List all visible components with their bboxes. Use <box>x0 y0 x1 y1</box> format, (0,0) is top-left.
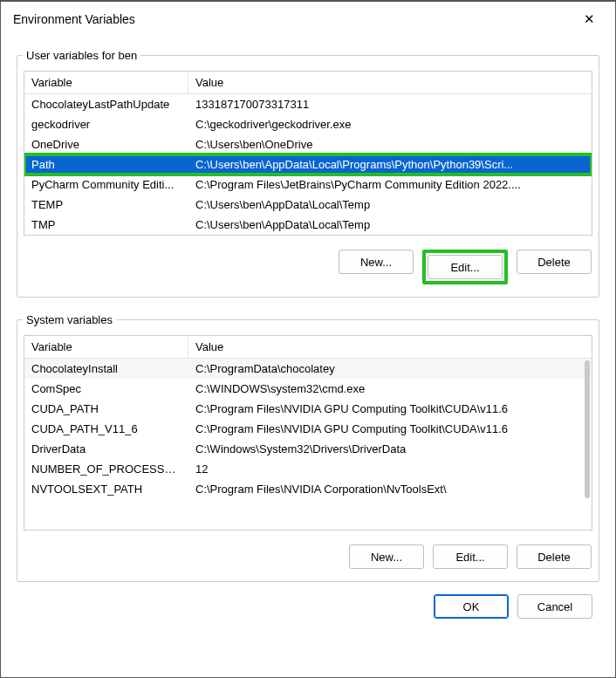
new-system-var-button[interactable]: New... <box>349 544 424 569</box>
user-variables-table[interactable]: Variable Value ChocolateyLastPathUpdate … <box>24 71 592 236</box>
table-row[interactable]: NVTOOLSEXT_PATH C:\Program Files\NVIDIA … <box>24 479 592 499</box>
system-variables-legend: System variables <box>23 313 116 326</box>
user-table-header: Variable Value <box>24 72 592 94</box>
user-variables-legend: User variables for ben <box>23 49 140 62</box>
system-variables-table[interactable]: Variable Value ChocolateyInstall C:\Prog… <box>24 335 592 531</box>
var-name: TMP <box>24 216 188 233</box>
var-name: DriverData <box>24 441 188 457</box>
cancel-button[interactable]: Cancel <box>517 594 592 619</box>
var-value: C:\Windows\System32\Drivers\DriverData <box>188 441 592 457</box>
edit-user-var-button[interactable]: Edit... <box>428 255 503 279</box>
col-variable[interactable]: Variable <box>24 72 188 93</box>
var-name: ChocolateyInstall <box>24 360 188 377</box>
user-table-body: ChocolateyLastPathUpdate 133187170073317… <box>24 94 592 235</box>
system-table-body: ChocolateyInstall C:\ProgramData\chocola… <box>24 359 592 530</box>
table-row[interactable]: NUMBER_OF_PROCESSORS 12 <box>24 459 592 479</box>
col-variable[interactable]: Variable <box>24 336 188 358</box>
user-buttons: New... Edit... Delete <box>23 250 592 284</box>
table-row-selected[interactable]: Path C:\Users\ben\AppData\Local\Programs… <box>24 154 592 175</box>
var-value: C:\Program Files\NVIDIA GPU Computing To… <box>188 421 592 437</box>
var-name: NUMBER_OF_PROCESSORS <box>24 461 188 477</box>
var-value: C:\ProgramData\chocolatey <box>188 360 592 377</box>
system-table-header: Variable Value <box>24 336 592 359</box>
var-value: C:\WINDOWS\system32\cmd.exe <box>188 380 592 397</box>
var-name: geckodriver <box>24 116 188 133</box>
new-user-var-button[interactable]: New... <box>339 250 414 274</box>
col-value[interactable]: Value <box>188 72 592 93</box>
var-value: 12 <box>188 461 592 477</box>
table-row[interactable]: ChocolateyLastPathUpdate 133187170073317… <box>24 94 592 114</box>
var-name: TEMP <box>24 196 188 213</box>
table-row[interactable]: DriverData C:\Windows\System32\Drivers\D… <box>24 439 592 459</box>
close-icon: ✕ <box>584 11 595 27</box>
var-name: OneDrive <box>24 136 188 153</box>
table-row[interactable]: CUDA_PATH_V11_6 C:\Program Files\NVIDIA … <box>24 419 592 439</box>
window-title: Environment Variables <box>13 12 135 26</box>
ok-button[interactable]: OK <box>434 594 509 619</box>
var-name: ComSpec <box>24 380 188 397</box>
var-value: C:\Program Files\JetBrains\PyCharm Commu… <box>188 176 592 193</box>
table-row[interactable]: TMP C:\Users\ben\AppData\Local\Temp <box>24 215 592 235</box>
var-value: C:\Users\ben\AppData\Local\Temp <box>188 216 592 233</box>
delete-user-var-button[interactable]: Delete <box>517 250 592 274</box>
table-row[interactable]: ChocolateyInstall C:\ProgramData\chocola… <box>24 359 592 379</box>
col-value[interactable]: Value <box>188 336 592 358</box>
dialog-content: User variables for ben Variable Value Ch… <box>1 33 615 634</box>
var-value: C:\Program Files\NVIDIA Corporation\NvTo… <box>188 481 592 497</box>
var-value: C:\geckodriver\geckodriver.exe <box>188 116 592 133</box>
var-name: Path <box>24 156 188 173</box>
var-value: 133187170073317311 <box>188 96 592 113</box>
edit-system-var-button[interactable]: Edit... <box>433 544 508 569</box>
delete-system-var-button[interactable]: Delete <box>517 544 592 569</box>
table-row[interactable]: TEMP C:\Users\ben\AppData\Local\Temp <box>24 195 592 215</box>
user-variables-group: User variables for ben Variable Value Ch… <box>17 49 599 298</box>
system-variables-group: System variables Variable Value Chocolat… <box>17 313 599 582</box>
var-name: ChocolateyLastPathUpdate <box>24 96 188 113</box>
var-name: CUDA_PATH_V11_6 <box>24 421 188 437</box>
table-row[interactable]: geckodriver C:\geckodriver\geckodriver.e… <box>24 114 592 134</box>
var-value: C:\Users\ben\AppData\Local\Temp <box>188 196 592 213</box>
titlebar: Environment Variables ✕ <box>1 2 615 33</box>
system-buttons: New... Edit... Delete <box>23 544 592 569</box>
highlight-edit: Edit... <box>422 250 508 284</box>
table-row[interactable]: ComSpec C:\WINDOWS\system32\cmd.exe <box>24 379 592 399</box>
var-name: CUDA_PATH <box>24 401 188 417</box>
var-value: C:\Users\ben\OneDrive <box>188 136 592 153</box>
scrollbar-thumb[interactable] <box>585 360 590 498</box>
table-row[interactable]: CUDA_PATH C:\Program Files\NVIDIA GPU Co… <box>24 399 592 419</box>
close-button[interactable]: ✕ <box>572 6 606 32</box>
var-value: C:\Program Files\NVIDIA GPU Computing To… <box>188 401 592 417</box>
var-value: C:\Users\ben\AppData\Local\Programs\Pyth… <box>188 156 592 173</box>
var-name: NVTOOLSEXT_PATH <box>24 481 188 497</box>
dialog-buttons: OK Cancel <box>17 594 592 619</box>
table-row[interactable]: OneDrive C:\Users\ben\OneDrive <box>24 134 592 154</box>
table-row[interactable]: PyCharm Community Editi... C:\Program Fi… <box>24 175 592 195</box>
var-name: PyCharm Community Editi... <box>24 176 188 193</box>
